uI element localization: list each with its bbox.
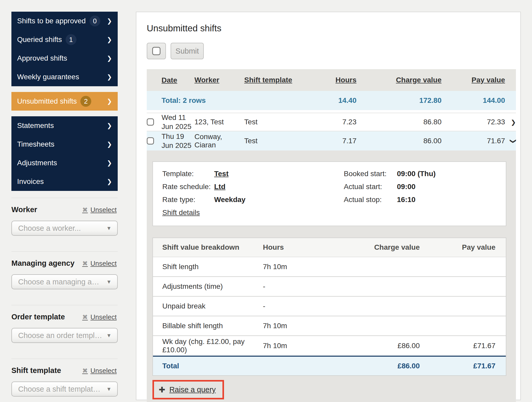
sidebar-item-shifts-to-be-approved[interactable]: Shifts to be approved 0 ❯ xyxy=(11,12,118,30)
submit-button[interactable]: Submit xyxy=(171,43,204,59)
collapse-row-icon[interactable]: ❯ xyxy=(510,139,517,144)
actual-start-label: Actual start: xyxy=(344,183,397,190)
count-badge: 1 xyxy=(66,34,76,45)
row-checkbox[interactable] xyxy=(147,118,154,126)
template-link[interactable]: Test xyxy=(214,170,229,177)
table-row-expanded[interactable]: Thu 19Jun 2025 Conway, Ciaran Test 7.17 … xyxy=(147,131,516,150)
breakdown-row: Billable shift length 7h 10m xyxy=(153,316,506,336)
chevron-right-icon: ❯ xyxy=(107,73,112,81)
breakdown-header-charge: Charge value xyxy=(358,243,420,252)
template-label: Template: xyxy=(162,170,214,177)
raise-query-highlight-box[interactable]: ✚ Raise a query xyxy=(152,380,224,399)
shift-hours: 7.17 xyxy=(295,137,356,145)
chevron-down-icon: ▼ xyxy=(106,279,111,285)
shift-value-breakdown-table: Shift value breakdown Hours Charge value… xyxy=(152,238,506,376)
chevron-down-icon: ▼ xyxy=(106,225,111,231)
order-template-select[interactable]: Choose an order template... ▼ xyxy=(11,328,118,343)
shift-date: Thu 19Jun 2025 xyxy=(162,132,194,150)
plus-icon: ✚ xyxy=(159,385,165,394)
sidebar-item-label: Weekly guarantees xyxy=(17,73,79,81)
chevron-right-icon: ❯ xyxy=(107,36,112,43)
sidebar-item-label: Adjustments xyxy=(17,159,57,167)
actual-start-value: 09:00 xyxy=(397,183,416,190)
managing-agency-select[interactable]: Choose a managing agen… ▼ xyxy=(11,274,118,289)
actual-stop-value: 16:10 xyxy=(397,196,416,203)
sidebar: Shifts to be approved 0 ❯ Queried shifts… xyxy=(11,12,118,402)
main-panel: Unsubmitted shifts Submit Date Worker Sh… xyxy=(136,12,521,400)
x-icon: ✖ xyxy=(82,367,88,375)
rate-type-value: Weekday xyxy=(214,196,246,203)
sidebar-group-documents: Statements ❯ Timesheets ❯ Adjustments ❯ … xyxy=(11,116,118,191)
chevron-right-icon: ❯ xyxy=(107,55,112,62)
managing-agency-select-placeholder: Choose a managing agen… xyxy=(18,278,103,286)
sidebar-item-label: Approved shifts xyxy=(17,54,67,62)
shift-template-select[interactable]: Choose a shift template... ▼ xyxy=(11,382,118,397)
shift-template: Test xyxy=(244,137,295,145)
breakdown-total-charge: £86.00 xyxy=(358,362,420,370)
sidebar-item-statements[interactable]: Statements ❯ xyxy=(11,116,118,135)
column-header-hours[interactable]: Hours xyxy=(295,76,356,84)
rate-schedule-link[interactable]: Ltd xyxy=(214,183,226,190)
chevron-right-icon: ❯ xyxy=(107,17,112,25)
shift-worker: Conway, Ciaran xyxy=(194,133,244,149)
count-badge: 0 xyxy=(89,16,100,26)
expand-row-icon[interactable]: ❯ xyxy=(511,119,516,126)
sidebar-item-label: Timesheets xyxy=(17,140,54,148)
sidebar-item-timesheets[interactable]: Timesheets ❯ xyxy=(11,135,118,154)
filter-worker-label: Worker xyxy=(11,205,37,214)
column-header-pay-value[interactable]: Pay value xyxy=(442,76,505,84)
sidebar-item-adjustments[interactable]: Adjustments ❯ xyxy=(11,154,118,172)
sidebar-item-weekly-guarantees[interactable]: Weekly guarantees ❯ xyxy=(11,68,118,86)
raise-query-link[interactable]: Raise a query xyxy=(169,385,216,394)
shift-template-select-placeholder: Choose a shift template... xyxy=(18,385,103,393)
breakdown-header-row: Shift value breakdown Hours Charge value… xyxy=(153,238,506,257)
sidebar-item-queried-shifts[interactable]: Queried shifts 1 ❯ xyxy=(11,30,118,49)
sidebar-group-shifts: Shifts to be approved 0 ❯ Queried shifts… xyxy=(11,12,118,86)
table-total-row: Total: 2 rows 14.40 172.80 144.00 xyxy=(147,91,516,110)
chevron-down-icon: ▼ xyxy=(106,386,111,392)
sidebar-item-approved-shifts[interactable]: Approved shifts ❯ xyxy=(11,49,118,68)
breakdown-row: Unpaid break - xyxy=(153,297,506,316)
sidebar-item-unsubmitted-shifts[interactable]: Unsubmitted shifts 2 ❯ xyxy=(11,92,118,111)
x-icon: ✖ xyxy=(82,313,88,321)
select-all-checkbox[interactable] xyxy=(152,47,160,55)
filter-order-template: Order template ✖Unselect Choose an order… xyxy=(11,305,118,352)
filter-shift-template: Shift template ✖Unselect Choose a shift … xyxy=(11,359,118,402)
unselect-order-template-link[interactable]: ✖Unselect xyxy=(82,313,117,321)
unselect-worker-link[interactable]: ✖Unselect xyxy=(82,206,117,214)
shift-date: Wed 11Jun 2025 xyxy=(162,113,194,131)
filter-shift-template-label: Shift template xyxy=(11,366,61,375)
sidebar-item-label: Statements xyxy=(17,121,54,130)
shift-charge-value: 86.80 xyxy=(356,118,442,126)
total-pay-value: 144.00 xyxy=(442,96,505,105)
breakdown-total-label: Total xyxy=(162,362,263,370)
sidebar-item-invoices[interactable]: Invoices ❯ xyxy=(11,172,118,191)
filter-managing-agency: Managing agency ✖Unselect Choose a manag… xyxy=(11,252,118,298)
actions-bar: Submit xyxy=(147,43,510,59)
unselect-managing-agency-link[interactable]: ✖Unselect xyxy=(82,260,117,268)
raise-query-area: ✚ Raise a query xyxy=(152,380,506,399)
breakdown-row: Wk day (chg. £12.00, pay £10.00) 7h 10m … xyxy=(153,336,506,356)
chevron-right-icon: ❯ xyxy=(107,178,112,185)
breakdown-row: Shift length 7h 10m xyxy=(153,257,506,277)
count-badge: 2 xyxy=(80,96,91,107)
unsubmitted-shifts-table: Date Worker Shift template Hours Charge … xyxy=(147,69,516,402)
filter-managing-agency-label: Managing agency xyxy=(11,259,74,268)
shift-details-link[interactable]: Shift details xyxy=(162,209,200,216)
worker-select[interactable]: Choose a worker... ▼ xyxy=(11,221,118,236)
unselect-shift-template-link[interactable]: ✖Unselect xyxy=(82,367,117,375)
chevron-right-icon: ❯ xyxy=(107,122,112,129)
column-header-shift-template[interactable]: Shift template xyxy=(244,76,295,84)
column-header-date[interactable]: Date xyxy=(162,76,194,85)
column-header-worker[interactable]: Worker xyxy=(194,76,244,84)
select-all-checkbox-button[interactable] xyxy=(147,43,166,59)
chevron-right-icon: ❯ xyxy=(107,159,112,167)
shift-charge-value: 86.00 xyxy=(356,137,442,145)
row-checkbox[interactable] xyxy=(147,137,154,145)
breakdown-total-pay: £71.67 xyxy=(420,362,495,370)
table-row[interactable]: Wed 11Jun 2025 123, Test Test 7.23 86.80… xyxy=(147,113,516,131)
breakdown-total-row: Total £86.00 £71.67 xyxy=(153,356,506,375)
breakdown-header-label: Shift value breakdown xyxy=(162,243,263,252)
column-header-charge-value[interactable]: Charge value xyxy=(356,76,442,84)
worker-select-placeholder: Choose a worker... xyxy=(18,224,81,233)
